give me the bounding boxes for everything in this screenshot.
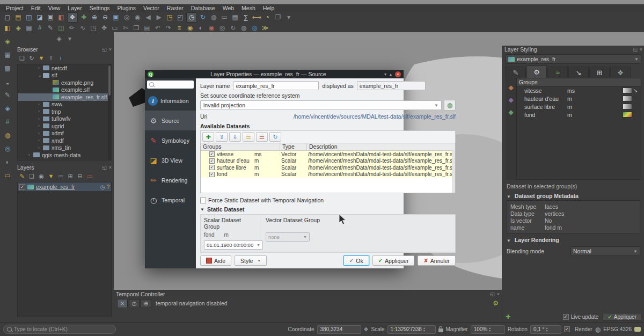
toolbar-icon[interactable]: ∑ <box>241 13 251 22</box>
minimize-icon[interactable]: ▾ <box>384 72 386 77</box>
tree-item[interactable]: › xdmf <box>18 130 111 137</box>
force-static-checkbox[interactable] <box>200 198 206 203</box>
styling-side-icon[interactable]: ◆ <box>506 83 516 92</box>
dialog-sidebar-item[interactable]: ⚙ Source <box>145 111 196 130</box>
toolbar-icon[interactable]: ❐ <box>131 24 141 33</box>
styling-side-icon[interactable]: ◆ <box>506 107 516 116</box>
coordinate-field[interactable]: 380,3234 <box>317 325 361 334</box>
toolbar-icon[interactable]: ◍ <box>3 130 12 140</box>
toolbar-icon[interactable]: ◧ <box>3 24 12 33</box>
styling-tab[interactable]: ⚙ <box>526 65 547 78</box>
toolbar-icon[interactable]: ▤ <box>13 13 23 22</box>
dialog-sidebar-item[interactable]: ◪ 3D View <box>145 150 196 170</box>
toolbar-icon[interactable]: ◪ <box>35 13 45 22</box>
browser-tool-icon[interactable]: ▼ <box>37 54 46 62</box>
tree-item[interactable]: › selafin <box>18 159 111 161</box>
menu-item[interactable]: Raster <box>163 5 187 11</box>
tree-item[interactable]: › xmdf <box>18 137 111 144</box>
layer-crs-warning-icon[interactable]: ? <box>106 184 109 190</box>
dataset-group-row[interactable]: vitesse ms ↘ <box>517 86 641 94</box>
dataset-group-row[interactable]: surface libre m <box>517 103 641 111</box>
crs-combo[interactable]: invalid projection ▼ <box>200 100 442 110</box>
dialog-sidebar-item[interactable]: i Information <box>145 91 196 111</box>
toolbar-icon[interactable]: ▶ <box>154 13 164 22</box>
toolbar-icon[interactable]: ✚ <box>79 13 89 22</box>
dataset-row[interactable]: ✓ hauteur d'eau m Scalar /home/vincent/m… <box>201 158 455 165</box>
float-panel-icon[interactable]: ◱ <box>490 291 495 297</box>
toolbar-icon[interactable]: ▦ <box>3 50 12 59</box>
menu-item[interactable]: Web <box>219 5 238 11</box>
toolbar-icon[interactable]: ◐ <box>3 157 12 166</box>
float-panel-icon[interactable]: ◱ <box>102 165 107 170</box>
dataset-checkbox[interactable]: ✓ <box>209 151 215 157</box>
blending-mode-combo[interactable]: Normal ▼ <box>570 246 640 256</box>
epsg-label[interactable]: EPSG:4326 <box>603 326 632 332</box>
styling-apply-button[interactable]: ✔ Appliquer <box>603 313 641 321</box>
close-panel-icon[interactable]: × <box>497 291 500 297</box>
toolbar-icon[interactable]: ✥ <box>99 24 109 33</box>
toolbar-icon[interactable]: ▢ <box>3 13 12 22</box>
collapse-triangle-icon[interactable]: ▼ <box>200 207 204 212</box>
color-ramp-swatch[interactable] <box>623 96 632 101</box>
dataset-group-row[interactable]: hauteur d'eau m <box>517 94 641 103</box>
styling-tab[interactable]: ❖ <box>610 67 631 78</box>
toolbar-icon[interactable]: ✏ <box>67 24 77 33</box>
layers-tool-icon[interactable]: ▭ <box>85 172 94 180</box>
toolbar-icon[interactable]: ◷ <box>186 12 197 23</box>
toolbar-icon[interactable]: ◎ <box>217 24 227 33</box>
toolbar-icon[interactable]: ↶ <box>153 24 163 33</box>
collapse-triangle-icon[interactable]: ▼ <box>507 194 511 199</box>
browser-tool-icon[interactable]: ↻ <box>27 54 36 62</box>
toolbar-icon[interactable]: ▩ <box>3 63 12 72</box>
toolbar-icon[interactable]: ◈ <box>3 104 12 113</box>
toolbar-icon[interactable]: ◍ <box>239 24 248 33</box>
toolbar-icon[interactable]: ◫ <box>24 13 34 22</box>
menu-item[interactable]: View <box>45 5 64 11</box>
magnifier-field[interactable]: 100%▲▼ <box>471 325 505 334</box>
toolbar-icon[interactable]: ◧ <box>56 13 66 22</box>
color-ramp-swatch[interactable] <box>623 104 632 109</box>
lock-scale-icon[interactable] <box>438 328 443 332</box>
layers-tool-icon[interactable]: ◉ <box>37 172 46 180</box>
color-ramp-swatch[interactable] <box>623 87 632 93</box>
live-update-checkbox[interactable]: ✓ <box>563 314 569 320</box>
toolbar-icon[interactable]: ↷ <box>164 24 173 33</box>
collapse-triangle-icon[interactable]: ▼ <box>507 238 511 243</box>
toolbar-icon[interactable]: # <box>35 24 45 33</box>
toolbar-icon[interactable]: ✎ <box>3 90 12 99</box>
dataset-tool-button[interactable]: ⇧ <box>216 132 228 142</box>
crs-globe-icon[interactable]: ◍ <box>595 326 601 333</box>
toolbar-icon[interactable]: ▣ <box>111 13 121 22</box>
menu-item[interactable]: Edit <box>27 5 45 11</box>
table-scrollbar[interactable] <box>452 150 455 193</box>
help-button[interactable]: Aide <box>200 255 231 266</box>
toolbar-icon[interactable]: ◰ <box>175 13 185 22</box>
dataset-checkbox[interactable]: ✓ <box>209 165 215 170</box>
toolbar-icon[interactable]: ◫ <box>56 24 66 33</box>
close-panel-icon[interactable]: × <box>640 47 642 52</box>
toolbar-icon[interactable]: ❖ <box>67 12 78 23</box>
toolbar-icon[interactable]: ▦ <box>24 24 34 33</box>
close-panel-icon[interactable]: × <box>109 165 112 170</box>
scale-combo[interactable]: 1:132927338▲▼ <box>387 325 436 334</box>
menu-item[interactable]: Vector <box>140 5 163 11</box>
dataset-tool-button[interactable]: ⇩ <box>229 132 241 142</box>
close-icon[interactable]: × <box>395 71 401 77</box>
toolbar-icon[interactable]: ◈ <box>54 34 64 43</box>
dataset-row[interactable]: ✓ vitesse ms Vector /home/vincent/meshDa… <box>201 151 455 158</box>
styling-side-icon[interactable]: ◆ <box>506 95 516 104</box>
toolbar-icon[interactable]: ◍ <box>209 13 218 22</box>
layers-tool-icon[interactable]: ⊟ <box>76 172 84 180</box>
dataset-checkbox[interactable]: ✓ <box>209 158 215 164</box>
tree-item[interactable]: › tmp <box>18 108 111 115</box>
toolbar-icon[interactable]: ◳ <box>89 24 98 33</box>
panel-help-icon[interactable]: ✚ <box>506 313 510 320</box>
toolbar-icon[interactable]: ↻ <box>198 13 208 22</box>
tree-item[interactable]: › qgis-mesh-data <box>18 151 111 159</box>
toolbar-icon[interactable]: # <box>3 117 12 126</box>
temporal-settings-icon[interactable]: ⚙ <box>493 300 499 307</box>
toolbar-icon[interactable]: „ <box>3 77 12 86</box>
dataset-tool-button[interactable]: ☰ <box>243 132 254 142</box>
temporal-mode-button[interactable]: ⊕ <box>141 299 151 308</box>
dataset-tool-button[interactable]: ↻ <box>269 132 281 142</box>
